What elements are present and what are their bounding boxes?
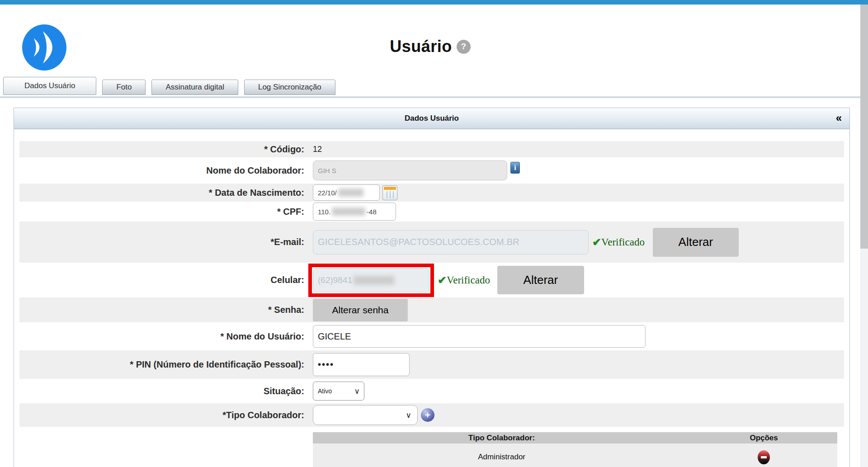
redacted-text (338, 189, 363, 197)
cpf-input[interactable]: 110. -48 (313, 203, 396, 221)
data-nascimento-input[interactable]: 22/10/ (313, 184, 380, 201)
celular-visible: (62)9841 (318, 275, 352, 285)
dados-usuario-panel: Dados Usuário « * Código: 12 Nome do Col… (14, 108, 850, 467)
add-tipo-colaborador-icon[interactable]: + (421, 408, 434, 422)
row-nome-colaborador: Nome do Colaborador: GIH S i (19, 157, 844, 184)
row-celular: Celular: (62)9841 ✔ Verificado Alt (19, 263, 844, 297)
calendar-icon[interactable] (382, 185, 397, 200)
table-header-tipo: Tipo Colaborador: (313, 434, 690, 443)
scrollbar[interactable] (860, 5, 868, 467)
tipo-colaborador-table: Tipo Colaborador: Opções Administrador (313, 432, 837, 467)
situacao-value: Ativo (313, 387, 354, 395)
email-alterar-button[interactable]: Alterar (653, 228, 739, 257)
panel-title: Dados Usuário (405, 114, 459, 123)
alterar-senha-button[interactable]: Alterar senha (313, 299, 408, 321)
row-pin: * PIN (Número de Identificação Pessoal):… (19, 350, 844, 379)
page-title: Usuário (390, 37, 452, 56)
celular-label: Celular: (19, 275, 309, 285)
help-icon[interactable]: ? (457, 40, 471, 54)
situacao-label: Situação: (19, 386, 309, 396)
celular-input: (62)9841 (313, 268, 429, 292)
celular-highlight-box: (62)9841 (308, 264, 434, 297)
email-label: *E-mail: (19, 237, 309, 247)
data-nascimento-visible: 22/10/ (318, 189, 337, 197)
tabs-divider (0, 96, 860, 98)
top-blue-bar (0, 0, 868, 5)
page: Usuário? Dados Usuário Foto Assinatura d… (0, 0, 868, 467)
celular-verified-badge: ✔ Verificado (438, 274, 490, 287)
redacted-text (354, 276, 394, 285)
cpf-prefix: 110. (318, 208, 330, 216)
tab-dados-usuario[interactable]: Dados Usuário (3, 77, 96, 95)
chevron-down-icon: ∨ (354, 387, 364, 396)
row-situacao: Situação: Ativo ∨ (19, 379, 844, 403)
email-verified-badge: ✔ Verificado (592, 236, 645, 249)
tab-bar: Dados Usuário Foto Assinatura digital Lo… (3, 77, 860, 95)
collapse-icon[interactable]: « (836, 112, 842, 124)
remove-icon[interactable] (758, 450, 770, 464)
pin-label: * PIN (Número de Identificação Pessoal): (19, 359, 309, 370)
situacao-select[interactable]: Ativo ∨ (313, 382, 364, 401)
codigo-label: * Código: (19, 144, 309, 155)
codigo-value: 12 (313, 145, 322, 154)
row-tipo-table: Tipo Colaborador: Opções Administrador (19, 427, 844, 467)
row-cpf: * CPF: 110. -48 (19, 202, 844, 222)
redacted-text (332, 208, 365, 216)
row-tipo-colaborador: *Tipo Colaborador: ∨ + (19, 403, 844, 427)
celular-alterar-button[interactable]: Alterar (497, 266, 584, 294)
panel-body: * Código: 12 Nome do Colaborador: GIH S … (14, 129, 849, 467)
app-logo-icon (21, 24, 67, 71)
table-cell-tipo: Administrador (313, 453, 690, 462)
cpf-label: * CPF: (19, 207, 309, 217)
row-data-nascimento: * Data de Nascimento: 22/10/ (19, 184, 844, 202)
tab-assinatura-digital[interactable]: Assinatura digital (151, 80, 238, 95)
nome-colaborador-label: Nome do Colaborador: (19, 165, 309, 176)
row-senha: * Senha: Alterar senha (19, 297, 844, 322)
email-input: GICELESANTOS@PACTOSOLUCOES.COM.BR (313, 230, 589, 255)
data-nascimento-label: * Data de Nascimento: (19, 188, 309, 198)
table-row: Administrador (313, 443, 837, 467)
row-codigo: * Código: 12 (19, 141, 844, 157)
page-header: Usuário? (0, 5, 860, 56)
pin-input[interactable]: •••• (313, 353, 410, 376)
nome-colaborador-input[interactable]: GIH S (313, 160, 507, 180)
check-icon: ✔ (592, 236, 601, 249)
chevron-down-icon: ∨ (406, 410, 417, 420)
row-email: *E-mail: GICELESANTOS@PACTOSOLUCOES.COM.… (19, 222, 844, 263)
table-header: Tipo Colaborador: Opções (313, 432, 837, 443)
nome-usuario-label: * Nome do Usuário: (19, 331, 309, 342)
senha-label: * Senha: (19, 305, 309, 315)
info-icon[interactable]: i (510, 162, 520, 174)
panel-header: Dados Usuário « (14, 108, 849, 129)
tipo-colaborador-select[interactable]: ∨ (313, 405, 418, 425)
check-icon: ✔ (438, 274, 447, 287)
tipo-colaborador-label: *Tipo Colaborador: (19, 410, 309, 420)
scrollbar-thumb[interactable] (860, 5, 868, 249)
table-header-opcoes: Opções (690, 434, 837, 443)
celular-verified-label: Verificado (447, 274, 490, 286)
tab-foto[interactable]: Foto (102, 80, 146, 95)
email-verified-label: Verificado (601, 236, 645, 248)
cpf-suffix: -48 (367, 208, 377, 216)
main-content: Usuário? Dados Usuário Foto Assinatura d… (0, 5, 860, 467)
nome-usuario-input[interactable]: GICELE (313, 325, 646, 348)
tab-log-sincronizacao[interactable]: Log Sincronização (244, 80, 335, 95)
row-nome-usuario: * Nome do Usuário: GICELE (19, 322, 844, 350)
